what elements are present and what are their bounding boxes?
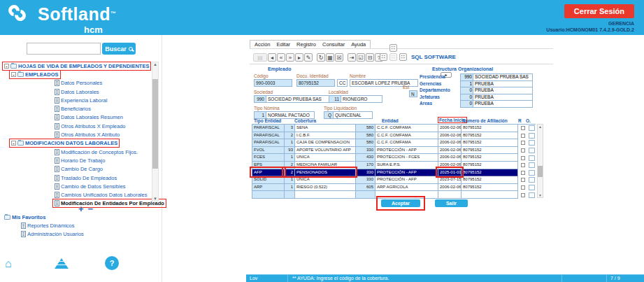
cell-r-checkbox[interactable] xyxy=(518,154,527,162)
cell-fecha-inicio[interactable]: 2006-02-06 xyxy=(438,162,461,169)
cell-entidad-code[interactable]: 170 xyxy=(356,162,375,169)
cell-entidad-name[interactable]: PROTECCION - FCES xyxy=(375,154,438,162)
localidad-name-field[interactable]: RIONEGRO xyxy=(341,95,382,103)
cell-numero-afiliacion[interactable]: 80795152 xyxy=(461,169,518,177)
table-row[interactable]: AFP 2 PENSIONADOS 330 PROTECCIÓN - AFP 2… xyxy=(252,169,536,177)
cell-entidad-code[interactable]: 580 xyxy=(356,139,375,147)
cell-o[interactable] xyxy=(527,176,536,184)
save-icon[interactable]: ▦ xyxy=(326,53,334,62)
cell-numero-afiliacion[interactable]: 80795152 xyxy=(461,147,518,155)
cell-entidad-code[interactable]: 330 xyxy=(356,176,375,184)
sociedad-code-field[interactable]: 990 xyxy=(254,95,266,103)
commit-icon[interactable]: ☑ xyxy=(357,53,365,62)
tree-item[interactable]: Datos Personales xyxy=(1,79,151,87)
cell-r-checkbox[interactable] xyxy=(518,125,527,132)
nav-first-icon[interactable]: « xyxy=(277,53,285,62)
cell-o[interactable] xyxy=(527,162,536,169)
cell-entidad-name[interactable]: SURA E.P.S. xyxy=(375,162,438,169)
cell-cobertura-name[interactable]: UNICA xyxy=(295,154,356,162)
pyramid-icon[interactable] xyxy=(55,258,69,269)
cell-entidad-name[interactable]: PROTECCIÓN - AFP xyxy=(375,147,438,155)
tree-item[interactable]: MODIFICACION DATOS LABORALES xyxy=(1,139,151,148)
cell-entidad-code[interactable]: 430 xyxy=(356,154,375,162)
tree-item[interactable]: Modificación De Entidades Por Empleado xyxy=(1,199,151,208)
tipo-liquidacion-code-field[interactable]: Q xyxy=(324,111,334,119)
cell-fecha-inicio[interactable]: 2006-02-06 xyxy=(438,147,461,155)
scroll-down-icon[interactable]: ▼ xyxy=(152,197,158,201)
cell-numero-afiliacion[interactable]: 80795152 xyxy=(461,162,518,169)
checkbox-icon[interactable] xyxy=(521,193,525,197)
sociedad-name-field[interactable]: SOCIEDAD PRUEBA SAS xyxy=(266,95,332,103)
table-row[interactable] xyxy=(252,191,536,199)
cell-tipo-entidad[interactable]: PARAFISCAL xyxy=(252,139,285,147)
refresh-icon[interactable]: ↻ xyxy=(317,53,325,62)
cell-cobertura-code[interactable]: 1 xyxy=(285,184,295,192)
favorites-item[interactable]: Mis Favoritos xyxy=(1,213,151,221)
favorites-item[interactable]: Administración Usuarios xyxy=(1,230,151,239)
block-nav-up-icon[interactable]: ∷ xyxy=(389,44,397,52)
cell-numero-afiliacion[interactable]: 80795152 xyxy=(461,132,518,140)
cell-entidad-name[interactable] xyxy=(375,191,438,199)
cell-cobertura-code[interactable]: 2 xyxy=(285,132,295,140)
cell-r-checkbox[interactable] xyxy=(518,147,527,155)
tree-item[interactable]: EMPLEADOS xyxy=(1,70,151,78)
table-row[interactable]: ARP 1 RIESGO (0.522) 605 ARP AGRICOLA 20… xyxy=(252,184,536,192)
search-input[interactable] xyxy=(27,43,101,55)
cell-entidad-name[interactable]: C.C.F. COMFAMA xyxy=(375,125,438,132)
cell-r-checkbox[interactable] xyxy=(518,139,527,147)
record-card-icon[interactable]: ▤ xyxy=(253,53,267,62)
block-nav-left-icon[interactable]: ∷ xyxy=(380,53,387,61)
cell-r-checkbox[interactable] xyxy=(518,176,527,184)
cell-o[interactable] xyxy=(527,125,536,132)
cell-cobertura-name[interactable]: CAJA DE COMPENSACION xyxy=(295,139,356,147)
cell-cobertura-code[interactable]: 1 xyxy=(285,154,295,162)
docu-identidad-field[interactable]: 80795152 xyxy=(296,79,335,87)
cell-entidad-name[interactable]: PROTECCIÓN - AFP xyxy=(375,176,438,184)
cell-tipo-entidad[interactable]: EPS xyxy=(252,162,285,169)
table-row[interactable]: EPS 2 MEDICINA FAMILIAR 170 SURA E.P.S. … xyxy=(252,162,536,169)
cell-r-checkbox[interactable] xyxy=(518,169,527,177)
cell-tipo-entidad[interactable]: FVOL xyxy=(252,147,285,155)
cell-cobertura-code[interactable]: 93 xyxy=(285,147,295,155)
logout-button[interactable]: Cerrar Sesión xyxy=(564,4,634,18)
cell-tipo-entidad[interactable]: SOLID xyxy=(252,176,285,184)
cell-o[interactable] xyxy=(527,147,536,155)
cell-o[interactable] xyxy=(527,132,536,140)
tree-item[interactable]: Otros Atributos X Atributo xyxy=(1,130,151,139)
cell-fecha-inicio[interactable]: 2006-02-06 xyxy=(438,132,461,140)
cell-fecha-inicio[interactable]: 2006-02-06 xyxy=(438,184,461,192)
menu-item[interactable]: Ayuda xyxy=(351,41,366,48)
est-field[interactable]: N xyxy=(409,90,417,97)
cell-o[interactable] xyxy=(527,154,536,162)
cell-cobertura-name[interactable]: PENSIONADOS xyxy=(295,169,356,177)
cell-entidad-name[interactable]: PROTECCIÓN - AFP xyxy=(375,169,438,177)
favorites-item[interactable]: Reportes Dinámicos xyxy=(1,221,151,230)
cell-cobertura-name[interactable]: I.C.B.F. xyxy=(295,132,356,140)
cell-cobertura-name[interactable]: UNICA xyxy=(295,176,356,184)
scroll-up-icon[interactable]: ▲ xyxy=(152,62,158,66)
cell-o[interactable] xyxy=(527,169,536,177)
cell-cobertura-code[interactable]: 2 xyxy=(285,169,295,177)
collapse-expander-icon[interactable] xyxy=(11,72,16,77)
cell-tipo-entidad[interactable]: ARP xyxy=(252,184,285,192)
tree-item[interactable]: Datos Laborales xyxy=(1,87,151,96)
table-row[interactable]: FVOL 93 APORTE VOLUNTARIO AFP 330 PROTEC… xyxy=(252,147,536,155)
cell-entidad-code[interactable]: 580 xyxy=(356,125,375,132)
cell-entidad-name[interactable]: ARP AGRICOLA xyxy=(375,184,438,192)
localidad-code-field[interactable]: 11 xyxy=(329,95,341,103)
cell-fecha-inicio[interactable]: 2006-02-06 xyxy=(438,139,461,147)
menu-item[interactable]: Registro xyxy=(296,41,316,48)
cell-r-checkbox[interactable] xyxy=(518,132,527,140)
cell-entidad-code[interactable]: 580 xyxy=(356,132,375,140)
table-scrollbar-thumb[interactable] xyxy=(538,166,543,177)
tree-item[interactable]: Cambios Unificados Datos Laborales xyxy=(1,190,151,199)
scrollbar-thumb[interactable] xyxy=(152,79,158,169)
tipo-documento-field[interactable]: CC xyxy=(337,79,348,87)
collapse-expander-icon[interactable] xyxy=(11,141,16,146)
checkbox-icon[interactable] xyxy=(521,163,525,167)
table-scroll-down-icon[interactable]: ▼ xyxy=(538,193,543,197)
cell-o[interactable] xyxy=(527,184,536,192)
checkbox-icon[interactable] xyxy=(521,156,525,160)
cell-o[interactable] xyxy=(527,191,536,199)
print-icon[interactable]: ⊟ xyxy=(366,53,374,62)
